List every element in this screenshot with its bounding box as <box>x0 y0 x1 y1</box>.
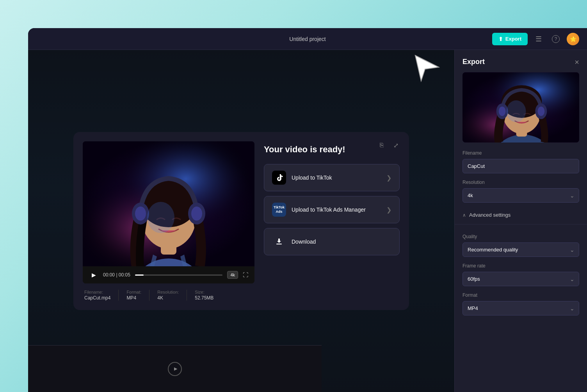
download-button-label: Download <box>292 239 316 245</box>
fullscreen-icon: ⛶ <box>243 272 248 278</box>
resolution-label-panel: Resolution <box>462 180 579 185</box>
tiktok-logo-svg <box>275 174 283 182</box>
format-field: Format MP4 MOV AVI <box>455 292 587 322</box>
video-ready-modal: ⎘ ⤢ <box>73 132 409 310</box>
size-value: 52.75MB <box>195 295 213 301</box>
fullscreen-button[interactable]: ⛶ <box>243 272 248 278</box>
svg-point-25 <box>507 100 526 122</box>
quality-select-wrapper: Recommended quality Better quality Best … <box>462 242 579 257</box>
modal-expand-button[interactable]: ⤢ <box>390 140 401 151</box>
download-button[interactable]: Download <box>264 228 400 255</box>
top-bar-actions: ⬆ Export ☰ ? 🌟 <box>492 33 579 45</box>
timeline-play-button[interactable]: ▶ <box>168 362 182 376</box>
size-label: Size: <box>195 290 213 294</box>
resolution-select[interactable]: 4k 2K 1080p 720p <box>462 188 579 203</box>
resolution-select-wrapper: 4k 2K 1080p 720p <box>462 188 579 203</box>
svg-rect-13 <box>276 244 282 244</box>
export-button-label: Export <box>505 36 521 42</box>
framerate-select-wrapper: 60fps 30fps 24fps <box>462 272 579 286</box>
export-panel-header: Export × <box>455 50 587 72</box>
avatar-icon: 🌟 <box>570 36 576 42</box>
quality-badge: 4k <box>227 271 238 279</box>
play-icon: ▶ <box>92 272 96 278</box>
export-preview <box>462 72 579 143</box>
filename-label-panel: Filename <box>462 150 579 156</box>
top-bar: Untitled project ⬆ Export ☰ ? 🌟 <box>28 28 587 50</box>
play-button[interactable]: ▶ <box>89 270 98 280</box>
format-label: Format: <box>126 290 141 294</box>
format-select[interactable]: MP4 MOV AVI <box>462 301 579 315</box>
svg-point-10 <box>135 207 146 221</box>
export-panel-close-button[interactable]: × <box>575 58 579 66</box>
svg-point-23 <box>499 107 506 116</box>
quality-label-panel: Quality <box>462 234 579 239</box>
progress-filled <box>135 274 144 276</box>
advanced-settings-label: Advanced settings <box>469 212 511 218</box>
progress-bar[interactable] <box>135 274 223 276</box>
modal-overlay: ⎘ ⤢ <box>28 50 454 392</box>
help-button[interactable]: ? <box>550 33 562 45</box>
download-svg <box>275 237 283 246</box>
tiktok-ads-button-label: Upload to TikTok Ads Manager <box>292 207 366 213</box>
advanced-chevron-icon: ∧ <box>462 212 466 218</box>
format-value: MP4 <box>126 295 141 301</box>
export-panel-title: Export <box>462 58 485 66</box>
filename-field: Filename <box>455 150 587 180</box>
app-window: Untitled project ⬆ Export ☰ ? 🌟 <box>28 28 587 392</box>
quality-select[interactable]: Recommended quality Better quality Best … <box>462 242 579 257</box>
filename-value: CapCut.mp4 <box>84 295 110 301</box>
main-content: ⎘ ⤢ <box>28 50 587 392</box>
ready-section: Your video is ready! Upload to TikTok <box>264 141 400 301</box>
export-preview-image <box>462 72 579 143</box>
meta-format: Format: MP4 <box>126 290 141 301</box>
project-title: Untitled project <box>289 36 326 42</box>
modal-share-button[interactable]: ⎘ <box>376 140 387 151</box>
advanced-settings-toggle[interactable]: ∧ Advanced settings <box>455 209 587 224</box>
timeline-play-icon: ▶ <box>174 366 177 371</box>
menu-icon: ☰ <box>535 35 542 43</box>
meta-divider-3 <box>187 290 187 301</box>
framerate-select[interactable]: 60fps 30fps 24fps <box>462 272 579 286</box>
menu-icon-button[interactable]: ☰ <box>532 33 545 45</box>
meta-divider-2 <box>149 290 149 301</box>
editor-area: ⎘ ⤢ <box>28 50 454 392</box>
time-display: 00:00 | 00:05 <box>103 272 130 278</box>
video-preview-image <box>83 141 254 266</box>
export-button[interactable]: ⬆ Export <box>492 33 528 45</box>
tiktok-ads-btn-left: TikTokAds Upload to TikTok Ads Manager <box>272 203 366 217</box>
download-btn-left: Download <box>272 235 316 249</box>
tiktok-ads-icon: TikTokAds <box>272 203 286 217</box>
tiktok-icon <box>272 171 286 185</box>
upload-tiktok-button[interactable]: Upload to TikTok ❯ <box>264 164 400 191</box>
resolution-field: Resolution 4k 2K 1080p 720p <box>455 180 587 209</box>
video-controls: ▶ 00:00 | 00:05 4k <box>83 266 254 283</box>
svg-point-11 <box>191 207 202 221</box>
resolution-label: Resolution: <box>157 290 179 294</box>
filename-label: Filename: <box>84 290 110 294</box>
preview-svg <box>83 141 254 266</box>
chevron-right-icon-1: ❯ <box>386 174 391 182</box>
video-meta: Filename: CapCut.mp4 Format: MP4 Resolut… <box>83 290 254 301</box>
framerate-field: Frame rate 60fps 30fps 24fps <box>455 263 587 292</box>
svg-point-12 <box>147 202 174 233</box>
help-icon: ? <box>552 35 560 43</box>
current-time: 00:00 <box>103 272 115 278</box>
close-icon: × <box>575 58 579 66</box>
meta-resolution: Resolution: 4K <box>157 290 179 301</box>
export-panel: Export × <box>454 50 587 392</box>
bottom-timeline: ▶ <box>28 345 322 392</box>
resolution-value: 4K <box>157 295 179 301</box>
user-avatar-button[interactable]: 🌟 <box>567 33 579 45</box>
share-icon: ⎘ <box>380 142 384 149</box>
meta-divider-1 <box>118 290 119 301</box>
filename-input[interactable] <box>462 159 579 173</box>
modal-actions: ⎘ ⤢ <box>376 140 401 151</box>
meta-size: Size: 52.75MB <box>195 290 213 301</box>
format-label-panel: Format <box>462 292 579 298</box>
framerate-label-panel: Frame rate <box>462 263 579 269</box>
expand-icon: ⤢ <box>393 142 398 149</box>
quality-field: Quality Recommended quality Better quali… <box>455 228 587 263</box>
upload-tiktok-ads-button[interactable]: TikTokAds Upload to TikTok Ads Manager ❯ <box>264 196 400 223</box>
video-duration: 00:05 <box>119 272 130 278</box>
export-preview-svg <box>462 72 579 143</box>
